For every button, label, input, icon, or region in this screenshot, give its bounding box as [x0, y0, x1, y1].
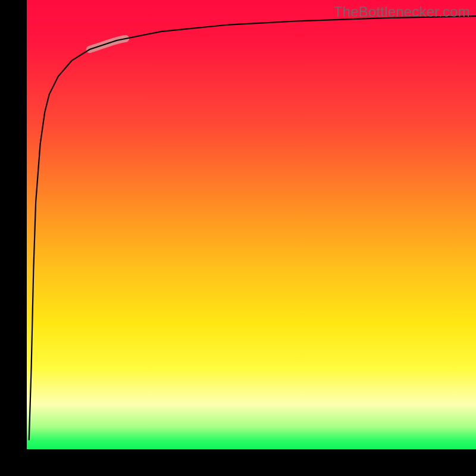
watermark-text: TheBottlenecker.com	[334, 4, 470, 20]
bottleneck-curve-line	[29, 16, 476, 440]
chart-stage: TheBottlenecker.com	[0, 0, 476, 476]
y-axis-bar	[0, 0, 27, 476]
x-axis-bar	[0, 449, 476, 476]
curve-layer	[27, 0, 476, 449]
plot-area	[27, 0, 476, 449]
